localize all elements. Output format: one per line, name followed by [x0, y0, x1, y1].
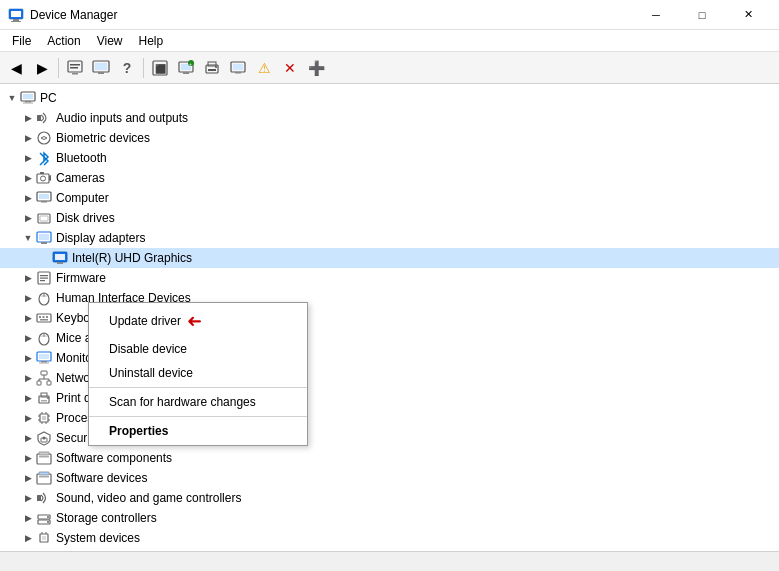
expand-keyboards[interactable]: ▶: [20, 310, 36, 326]
toolbar-print[interactable]: [200, 56, 224, 80]
svg-point-21: [215, 66, 217, 68]
svg-rect-63: [39, 354, 49, 359]
ctx-update-driver[interactable]: Update driver ➜: [89, 305, 307, 337]
expand-security[interactable]: ▶: [20, 430, 36, 446]
expand-audio[interactable]: ▶: [20, 110, 36, 126]
svg-rect-48: [40, 275, 48, 276]
maximize-button[interactable]: □: [679, 0, 725, 30]
ctx-uninstall-device[interactable]: Uninstall device: [89, 361, 307, 385]
minimize-button[interactable]: ─: [633, 0, 679, 30]
tree-item-audio[interactable]: ▶ Audio inputs and outputs: [0, 108, 779, 128]
svg-point-39: [41, 222, 47, 224]
ctx-properties[interactable]: Properties: [89, 419, 307, 443]
svg-marker-34: [49, 175, 51, 181]
close-button[interactable]: ✕: [725, 0, 771, 30]
expand-biometric[interactable]: ▶: [20, 130, 36, 146]
device-tree[interactable]: ▼ PC ▶ Audio inputs and outputs ▶ Biomet…: [0, 84, 779, 551]
svg-rect-1: [11, 11, 21, 17]
tree-item-software-dev[interactable]: ▶ Software devices: [0, 468, 779, 488]
svg-rect-93: [39, 472, 49, 475]
icon-firmware: [36, 270, 52, 286]
tree-label-system: System devices: [56, 531, 140, 545]
ctx-disable-device[interactable]: Disable device: [89, 337, 307, 361]
tree-label-computer: Computer: [56, 191, 109, 205]
expand-disk[interactable]: ▶: [20, 210, 36, 226]
expand-software-comp[interactable]: ▶: [20, 450, 36, 466]
toolbar-properties[interactable]: [63, 56, 87, 80]
svg-rect-66: [41, 371, 47, 375]
tree-item-display-dev[interactable]: ▶ Intel(R) UHD Graphics: [0, 248, 779, 268]
menu-view[interactable]: View: [89, 32, 131, 50]
expand-hid[interactable]: ▶: [20, 290, 36, 306]
expand-computer[interactable]: ▶: [20, 190, 36, 206]
svg-rect-56: [43, 316, 45, 318]
window-title: Device Manager: [30, 8, 117, 22]
icon-keyboards: [36, 310, 52, 326]
expand-print[interactable]: ▶: [20, 390, 36, 406]
tree-item-software-comp[interactable]: ▶ Software components: [0, 448, 779, 468]
toolbar-remove[interactable]: ✕: [278, 56, 302, 80]
icon-storage: [36, 510, 52, 526]
toolbar-help[interactable]: ?: [115, 56, 139, 80]
svg-rect-78: [42, 416, 46, 420]
toolbar-forward[interactable]: ▶: [30, 56, 54, 80]
toolbar-pc[interactable]: [226, 56, 250, 80]
menu-file[interactable]: File: [4, 32, 39, 50]
icon-sound: [36, 490, 52, 506]
toolbar-sep2: [143, 58, 144, 78]
svg-point-32: [41, 176, 46, 181]
svg-rect-37: [41, 201, 47, 203]
svg-text:+: +: [189, 60, 192, 66]
tree-item-disk[interactable]: ▶ Disk drives: [0, 208, 779, 228]
tree-item-system[interactable]: ▶ System devices: [0, 528, 779, 548]
expand-processors[interactable]: ▶: [20, 410, 36, 426]
svg-rect-33: [40, 172, 44, 174]
toolbar-scanpc[interactable]: +: [174, 56, 198, 80]
expand-firmware[interactable]: ▶: [20, 270, 36, 286]
expand-monitors[interactable]: ▶: [20, 350, 36, 366]
svg-rect-20: [208, 69, 216, 71]
expand-system[interactable]: ▶: [20, 530, 36, 546]
expand-software-dev[interactable]: ▶: [20, 470, 36, 486]
tree-item-biometric[interactable]: ▶ Biometric devices: [0, 128, 779, 148]
menu-help[interactable]: Help: [131, 32, 172, 50]
expand-usb[interactable]: ▶: [20, 550, 36, 551]
tree-item-bluetooth[interactable]: ▶ Bluetooth: [0, 148, 779, 168]
toolbar-update[interactable]: ⬛: [148, 56, 172, 80]
svg-point-76: [47, 397, 49, 399]
svg-rect-101: [42, 536, 46, 540]
svg-rect-64: [41, 361, 47, 363]
title-bar-left: Device Manager: [8, 7, 117, 23]
toolbar-back[interactable]: ◀: [4, 56, 28, 80]
expand-network[interactable]: ▶: [20, 370, 36, 386]
icon-pc: [20, 90, 36, 106]
menu-action[interactable]: Action: [39, 32, 88, 50]
tree-label-firmware: Firmware: [56, 271, 106, 285]
expand-display[interactable]: ▼: [20, 230, 36, 246]
tree-item-sound[interactable]: ▶ Sound, video and game controllers: [0, 488, 779, 508]
toolbar-add[interactable]: ➕: [304, 56, 328, 80]
expand-pc[interactable]: ▼: [4, 90, 20, 106]
ctx-scan-hardware[interactable]: Scan for hardware changes: [89, 390, 307, 414]
toolbar-devmgr[interactable]: [89, 56, 113, 80]
svg-rect-68: [47, 381, 51, 385]
expand-storage[interactable]: ▶: [20, 510, 36, 526]
svg-rect-90: [39, 452, 49, 455]
expand-sound[interactable]: ▶: [20, 490, 36, 506]
tree-item-pc[interactable]: ▼ PC: [0, 88, 779, 108]
tree-item-firmware[interactable]: ▶ Firmware: [0, 268, 779, 288]
tree-item-cameras[interactable]: ▶ Cameras: [0, 168, 779, 188]
expand-mice[interactable]: ▶: [20, 330, 36, 346]
expand-cameras[interactable]: ▶: [20, 170, 36, 186]
tree-item-storage[interactable]: ▶ Storage controllers: [0, 508, 779, 528]
app-icon: [8, 7, 24, 23]
ctx-update-driver-label: Update driver: [109, 314, 181, 328]
tree-item-computer[interactable]: ▶ Computer: [0, 188, 779, 208]
tree-label-software-dev: Software devices: [56, 471, 147, 485]
tree-item-display[interactable]: ▼ Display adapters: [0, 228, 779, 248]
toolbar-sep1: [58, 58, 59, 78]
toolbar-warning[interactable]: ⚠: [252, 56, 276, 80]
tree-item-usb[interactable]: ▶ Universal Serial Bus controllers: [0, 548, 779, 551]
expand-bluetooth[interactable]: ▶: [20, 150, 36, 166]
svg-rect-10: [98, 72, 104, 74]
